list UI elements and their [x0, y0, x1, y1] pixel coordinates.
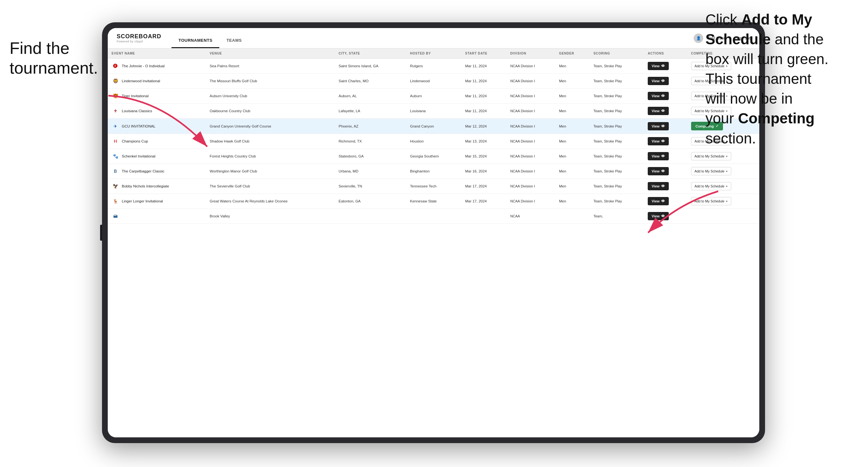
division-text: NCAA [510, 214, 520, 218]
col-division: DIVISION [506, 49, 555, 59]
venue-text: Great Waters Course At Reynolds Lake Oco… [210, 199, 287, 203]
scoring-text: Team, Stroke Play [593, 184, 622, 188]
gender-text: Men [559, 79, 566, 83]
event-name-cell: 🏔 [112, 212, 202, 220]
scoring-text: Team, Stroke Play [593, 154, 622, 158]
gender-text: Men [559, 64, 566, 68]
gender-text: Men [559, 154, 566, 158]
col-gender: GENDER [555, 49, 590, 59]
city-state-text: Auburn, AL [339, 94, 357, 98]
table-row: B The Carpetbagger Classic Worthington M… [108, 164, 759, 179]
start-date-text: Mar 15, 2024 [465, 154, 487, 158]
add-to-schedule-button[interactable]: Add to My Schedule + [691, 152, 731, 160]
hosted-by-text: Houston [410, 139, 424, 143]
view-button[interactable]: View 👁 [648, 77, 669, 85]
add-to-schedule-button[interactable]: Add to My Schedule + [691, 167, 731, 175]
add-schedule-label: Add to My Schedule [694, 154, 724, 158]
city-state-text: Saint Simons Island, GA [339, 64, 378, 68]
app-logo-sub: Powered by clippd [117, 40, 161, 43]
team-logo: 🏔 [112, 212, 119, 220]
start-date-text: Mar 17, 2024 [465, 184, 487, 188]
tablet-side-button [100, 225, 102, 241]
scoring-text: Team, Stroke Play [593, 94, 622, 98]
event-name-cell: 🦁 Lindenwood Invitational [112, 77, 202, 85]
eye-icon: 👁 [661, 124, 665, 128]
event-name-text: The Johnnie - O Individual [122, 64, 164, 68]
table-row: 🦁 Lindenwood Invitational The Missouri B… [108, 74, 759, 89]
gender-text: Men [559, 139, 566, 143]
event-name-text: Lindenwood Invitational [122, 79, 160, 83]
col-event-name: EVENT NAME [108, 49, 206, 59]
view-label: View [652, 79, 659, 83]
event-name-text: Linger Longer Invitational [122, 199, 163, 203]
view-button[interactable]: View 👁 [648, 92, 669, 100]
hosted-by-text: Lindenwood [410, 79, 430, 83]
view-button[interactable]: View 👁 [648, 167, 669, 175]
event-name-cell: B The Carpetbagger Classic [112, 167, 202, 175]
city-state-text: Phoenix, AZ [339, 124, 358, 128]
venue-text: Sea Palms Resort [210, 64, 239, 68]
hosted-by-text: Louisiana [410, 109, 426, 113]
venue-text: Worthington Manor Golf Club [210, 169, 257, 173]
eye-icon: 👁 [661, 154, 665, 158]
table-header-row: EVENT NAME VENUE CITY, STATE HOSTED BY S… [108, 49, 759, 59]
venue-text: Grand Canyon University Golf Course [210, 124, 271, 128]
view-label: View [652, 109, 659, 113]
hosted-by-text: Grand Canyon [410, 124, 434, 128]
tab-tournaments[interactable]: TOURNAMENTS [172, 35, 219, 48]
venue-text: The Sevierville Golf Club [210, 184, 250, 188]
gender-text: Men [559, 94, 566, 98]
tab-teams[interactable]: TEAMS [219, 35, 249, 48]
scoring-text: Team, Stroke Play [593, 79, 622, 83]
col-scoring: SCORING [590, 49, 644, 59]
scoring-text: Team, Stroke Play [593, 139, 622, 143]
arrow-right [629, 185, 724, 242]
start-date-text: Mar 13, 2024 [465, 139, 487, 143]
col-actions: ACTIONS [644, 49, 687, 59]
plus-icon: + [726, 199, 728, 203]
hosted-by-text: Auburn [410, 94, 422, 98]
team-logo: 🦅 [112, 182, 119, 190]
user-avatar: 👤 [694, 33, 703, 43]
hosted-by-text: Binghamton [410, 169, 429, 173]
plus-icon: + [726, 169, 728, 173]
view-button[interactable]: View 👁 [648, 62, 669, 70]
team-logo: 🦌 [112, 197, 119, 205]
division-text: NCAA Division I [510, 139, 535, 143]
division-text: NCAA Division I [510, 79, 535, 83]
app-logo: SCOREBOARD [117, 33, 161, 40]
col-start-date: START DATE [461, 49, 506, 59]
app-header: SCOREBOARD Powered by clippd TOURNAMENTS… [108, 28, 759, 49]
table-row: 🅡 The Johnnie - O Individual Sea Palms R… [108, 59, 759, 74]
scoring-text: Team, Stroke Play [593, 169, 622, 173]
eye-icon: 👁 [661, 139, 665, 144]
plus-icon: + [726, 154, 728, 158]
hosted-by-text: Rutgers [410, 64, 423, 68]
view-label: View [652, 169, 659, 173]
venue-text: Brook Valley [210, 214, 230, 218]
division-text: NCAA Division I [510, 124, 535, 128]
city-state-text: Urbana, MD [339, 169, 358, 173]
view-button[interactable]: View 👁 [648, 152, 669, 160]
view-label: View [652, 94, 659, 98]
start-date-text: Mar 11, 2024 [465, 79, 487, 83]
division-text: NCAA Division I [510, 94, 535, 98]
division-text: NCAA Division I [510, 64, 535, 68]
venue-text: Shadow Hawk Golf Club [210, 139, 250, 143]
city-state-text: Saint Charles, MO [339, 79, 369, 83]
scoring-text: Team, Stroke Play [593, 109, 622, 113]
event-name-cell: 🦅 Bobby Nichols Intercollegiate [112, 182, 202, 190]
hosted-by-text: Kennesaw State [410, 199, 437, 203]
view-button[interactable]: View 👁 [648, 107, 669, 115]
venue-text: Forest Heights Country Club [210, 154, 256, 158]
city-state-text: Lafayette, LA [339, 109, 360, 113]
start-date-text: Mar 11, 2024 [465, 64, 487, 68]
start-date-text: Mar 12, 2024 [465, 124, 487, 128]
city-state-text: Eatonton, GA [339, 199, 361, 203]
scoring-text: Team, Stroke Play [593, 199, 622, 203]
gender-text: Men [559, 184, 566, 188]
team-logo: B [112, 167, 119, 175]
view-button[interactable]: View 👁 [648, 122, 669, 130]
view-button[interactable]: View 👁 [648, 137, 669, 145]
division-text: NCAA Division I [510, 154, 535, 158]
